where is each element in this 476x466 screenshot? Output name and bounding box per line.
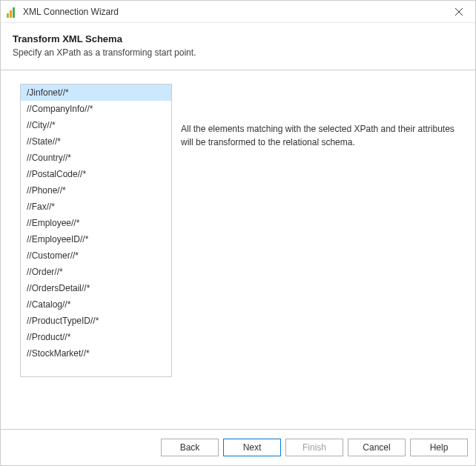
xpath-list-item[interactable]: //StockMarket//* <box>21 345 171 362</box>
finish-button: Finish <box>285 439 343 456</box>
xpath-list-item[interactable]: //ProductTypeID//* <box>21 313 171 329</box>
xpath-listbox[interactable]: /Jinfonet//*//CompanyInfo//*//City//*//S… <box>20 84 172 377</box>
xpath-list-item[interactable]: //City//* <box>21 117 171 133</box>
back-button[interactable]: Back <box>161 439 219 456</box>
wizard-header: Transform XML Schema Specify an XPath as… <box>1 23 475 70</box>
wizard-window: XML Connection Wizard Transform XML Sche… <box>0 0 476 466</box>
xpath-list-item[interactable]: //PostalCode//* <box>21 166 171 182</box>
wizard-footer: Back Next Finish Cancel Help <box>1 430 475 465</box>
app-icon <box>7 6 19 18</box>
xpath-list-item[interactable]: //Fax//* <box>21 199 171 215</box>
window-title: XML Connection Wizard <box>23 7 442 17</box>
xpath-list-item[interactable]: //Catalog//* <box>21 296 171 313</box>
xpath-list-item[interactable]: //OrdersDetail//* <box>21 280 171 296</box>
content-area: /Jinfonet//*//CompanyInfo//*//City//*//S… <box>1 70 475 429</box>
next-button[interactable]: Next <box>223 439 281 456</box>
titlebar: XML Connection Wizard <box>1 1 475 23</box>
xpath-list-item[interactable]: /Jinfonet//* <box>21 84 171 101</box>
xpath-list-item[interactable]: //EmployeeID//* <box>21 231 171 247</box>
description-text: All the elements matching with the selec… <box>181 84 460 422</box>
xpath-list-item[interactable]: //CompanyInfo//* <box>21 101 171 117</box>
xpath-list-item[interactable]: //State//* <box>21 133 171 150</box>
xpath-list-item[interactable]: //Order//* <box>21 264 171 280</box>
xpath-list-item[interactable]: //Employee//* <box>21 215 171 231</box>
xpath-list-item[interactable]: //Customer//* <box>21 247 171 264</box>
help-button[interactable]: Help <box>410 439 468 456</box>
close-icon <box>455 8 463 16</box>
close-button[interactable] <box>442 1 475 23</box>
xpath-list-item[interactable]: //Country//* <box>21 150 171 166</box>
page-subtitle: Specify an XPath as a transforming start… <box>13 47 463 58</box>
xpath-list-item[interactable]: //Phone//* <box>21 182 171 199</box>
page-title: Transform XML Schema <box>13 33 463 44</box>
cancel-button[interactable]: Cancel <box>348 439 406 456</box>
xpath-list-item[interactable]: //Product//* <box>21 329 171 345</box>
